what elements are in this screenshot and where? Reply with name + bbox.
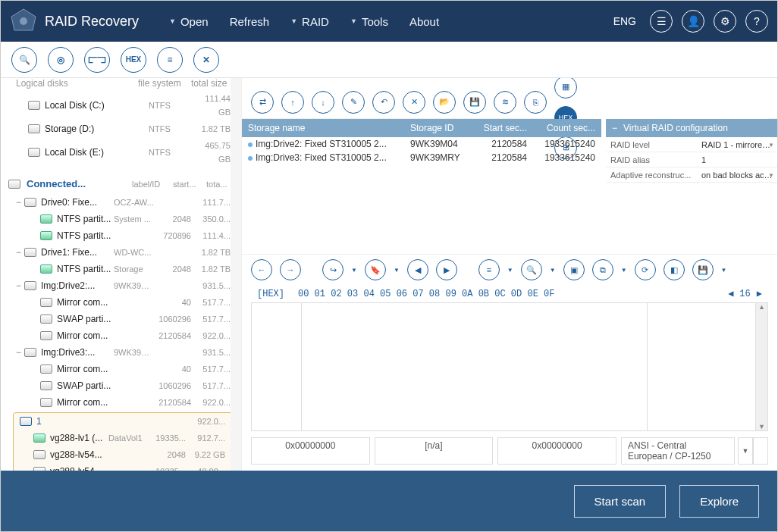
partition-icon: [40, 381, 52, 390]
copy-icon[interactable]: ⧉: [592, 259, 613, 280]
start-scan-button[interactable]: Start scan: [574, 485, 667, 518]
encoding-extra-box[interactable]: [753, 437, 768, 465]
close-icon[interactable]: ✕: [193, 47, 219, 73]
nav-back-icon[interactable]: ←: [251, 259, 272, 280]
raid-config-row[interactable]: RAID alias 1: [606, 152, 777, 167]
settings-icon[interactable]: ⚙: [714, 10, 736, 33]
partition-row[interactable]: SWAP parti... 1060296 517.7...: [1, 311, 241, 327]
find-icon[interactable]: 🔍: [521, 259, 542, 280]
volume-icon: [33, 467, 45, 471]
list-icon[interactable]: ≡: [478, 259, 500, 280]
dropdown-icon[interactable]: ▼: [768, 172, 774, 179]
menu-refresh[interactable]: Refresh: [230, 15, 270, 28]
logical-disk-row[interactable]: Storage (D:) NTFS 1.82 TB: [1, 120, 241, 137]
move-up-icon[interactable]: ↑: [281, 91, 304, 114]
storage-row[interactable]: Img:Drive3: Fixed ST310005 2... 9WK39MRY…: [242, 151, 601, 164]
autosort-icon[interactable]: ⇄: [251, 91, 274, 114]
sidebar-scrollbar[interactable]: [231, 78, 241, 471]
scan-icon[interactable]: 🔍: [11, 47, 37, 73]
dropdown-icon[interactable]: ▼: [768, 142, 774, 149]
raid-config-header[interactable]: − Virtual RAID configuration: [606, 119, 777, 137]
offset-box-1: 0x00000000: [251, 437, 370, 465]
drive-icon: [24, 198, 36, 207]
open-folder-icon[interactable]: 📂: [433, 91, 456, 114]
dropdown-icon: ▼: [350, 17, 357, 25]
auto-icon[interactable]: ◎: [48, 47, 74, 73]
menu-open[interactable]: ▼Open: [169, 15, 209, 28]
hex-view-icon[interactable]: HEX: [121, 47, 146, 73]
drive-row[interactable]: − Drive1: Fixe... WD-WC... 1.82 TB: [1, 244, 241, 261]
encoding-dropdown-icon[interactable]: ▼: [738, 437, 753, 465]
raid-build-icon[interactable]: ⫍⫎: [84, 47, 110, 73]
raid-toolbar: ⇄ ↑ ↓ ✎ ↶ ✕ 📂 💾 ≋ ⎘ 〰 ▦ HEX ⊞: [242, 86, 777, 119]
explore-button[interactable]: Explore: [679, 485, 759, 518]
edit-icon[interactable]: ✎: [342, 91, 365, 114]
volume-icon: [33, 433, 45, 443]
partition-row[interactable]: Mirror com... 40 517.7...: [1, 294, 241, 311]
storage-split: Storage name Storage ID Start sec... Cou…: [242, 119, 777, 183]
app-title: RAID Recovery: [45, 14, 139, 30]
raid-icon: [20, 417, 32, 426]
partition-icon: [40, 298, 52, 307]
storage-row[interactable]: Img:Drive2: Fixed ST310005 2... 9WK39M04…: [242, 137, 601, 151]
goto-icon[interactable]: ↪: [322, 259, 344, 280]
logical-disks-header: Logical disks file system total size: [1, 78, 241, 90]
partition-row[interactable]: NTFS partit... Storage 2048 1.82 TB: [1, 261, 241, 277]
storage-table-header: Storage name Storage ID Start sec... Cou…: [242, 119, 601, 137]
partition-row[interactable]: NTFS partit... System ... 2048 350.0...: [1, 211, 241, 227]
raid-root-row[interactable]: 1 922.0...: [14, 413, 236, 430]
next-mark-icon[interactable]: ▶: [436, 259, 457, 280]
language-label[interactable]: ENG: [613, 15, 636, 27]
raid-volume-row[interactable]: vg288-lv1 (... DataVol1 19335... 912.7..…: [14, 430, 236, 446]
drive-icon: [24, 248, 36, 257]
user-icon[interactable]: 👤: [682, 10, 704, 33]
layers-icon[interactable]: ≋: [494, 91, 516, 114]
refresh-hex-icon[interactable]: ⟳: [635, 259, 656, 280]
compare-icon[interactable]: ◧: [663, 259, 685, 280]
hex-scrollbar[interactable]: ▲▼: [755, 303, 767, 430]
chart-icon[interactable]: ▦: [554, 78, 577, 99]
save-hex-icon[interactable]: 💾: [692, 259, 714, 280]
next-page-icon[interactable]: ▶: [757, 288, 762, 299]
drive-row[interactable]: − Img:Drive2:... 9WK39M04 931.5...: [1, 277, 241, 294]
prev-page-icon[interactable]: ◀: [728, 288, 733, 299]
raid-config-row[interactable]: RAID level RAID 1 - mirrored, r▼: [606, 137, 777, 152]
move-down-icon[interactable]: ↓: [312, 91, 334, 114]
nav-fwd-icon[interactable]: →: [280, 259, 301, 280]
partition-row[interactable]: NTFS partit... 720896 111.4...: [1, 227, 241, 244]
main-menu: ▼Open Refresh ▼RAID ▼Tools About: [169, 15, 613, 28]
partition-row[interactable]: Mirror com... 2120584 922.0...: [1, 394, 241, 411]
news-icon[interactable]: ☰: [650, 10, 673, 33]
remove-icon[interactable]: ✕: [403, 91, 425, 114]
partition-row[interactable]: SWAP parti... 1060296 517.7...: [1, 377, 241, 394]
help-icon[interactable]: ?: [745, 10, 768, 33]
panel-icon[interactable]: ▣: [563, 259, 585, 280]
prev-mark-icon[interactable]: ◀: [407, 259, 428, 280]
menu-raid[interactable]: ▼RAID: [290, 15, 329, 28]
menu-tools[interactable]: ▼Tools: [350, 15, 388, 28]
logical-disk-row[interactable]: Local Disk (C:) NTFS 111.44 GB: [1, 90, 241, 120]
footer: Start scan Explore: [1, 471, 777, 531]
partition-icon: [40, 315, 52, 324]
menu-about[interactable]: About: [409, 15, 439, 28]
raid-volume-row[interactable]: vg288-lv54... 2048 9.22 GB: [14, 446, 236, 463]
raid-config-row[interactable]: Adaptive reconstruc... on bad blocks acc…: [606, 167, 777, 183]
drive-row[interactable]: − Img:Drive3:... 9WK39MRY 931.5...: [1, 344, 241, 361]
partition-icon: [40, 331, 52, 340]
partition-icon: [40, 398, 52, 407]
partition-row[interactable]: Mirror com... 40 517.7...: [1, 361, 241, 377]
drive-icon: [24, 348, 36, 357]
raid-volume-row[interactable]: vg288-lv54... 19335... 48.00...: [14, 463, 236, 471]
list-view-icon[interactable]: ≡: [157, 47, 183, 73]
encoding-select[interactable]: ANSI - Central European / CP-1250: [621, 437, 735, 465]
disk-icon: [28, 148, 40, 157]
undo-icon[interactable]: ↶: [372, 91, 395, 114]
save-icon[interactable]: 💾: [463, 91, 486, 114]
virtual-raid-item[interactable]: 1 922.0... vg288-lv1 (... DataVol1 19335…: [13, 412, 237, 471]
bookmark-icon[interactable]: 🔖: [365, 259, 386, 280]
partition-row[interactable]: Mirror com... 2120584 922.0...: [1, 327, 241, 344]
logical-disk-row[interactable]: Local Disk (E:) NTFS 465.75 GB: [1, 137, 241, 167]
export-icon[interactable]: ⎘: [524, 91, 547, 114]
hex-status-bar: 0x00000000 [n/a] 0x00000000 ANSI - Centr…: [242, 431, 777, 471]
drive-row[interactable]: − Drive0: Fixe... OCZ-AW... 111.7...: [1, 194, 241, 211]
